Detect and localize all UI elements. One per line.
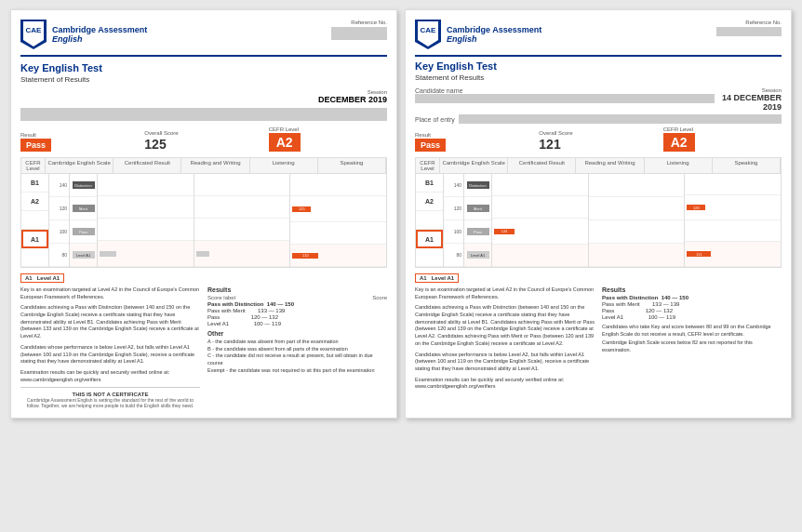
right-chart-header: CEFR Level Cambridge English Scale Certi…: [416, 158, 781, 174]
right-cefr-box: CEFR Level A2: [663, 126, 782, 152]
right-score-box: Overall Score 121: [539, 130, 657, 152]
right-results-legend-col: Results Pass with Distinction 140 — 150 …: [602, 286, 782, 394]
left-scale-col: 140 120 100 80: [49, 174, 70, 267]
left-individual-bars: 125 110: [98, 174, 386, 267]
left-certificate: CAE Cambridge Assessment English Referen…: [10, 9, 397, 419]
right-chart: CEFR Level Cambridge English Scale Certi…: [415, 157, 782, 268]
left-score-box: Overall Score 125: [144, 130, 262, 152]
right-chart-body: B1 A2 A1 140 120 100 80: [416, 174, 781, 267]
left-result-badge: Pass: [20, 139, 51, 152]
right-chart-bars-area: 140 120 100 80 Distinction: [444, 174, 781, 267]
right-score-display: 121: [539, 137, 657, 152]
right-result-badge: Pass: [415, 139, 446, 152]
right-footer-text-col: Key is an examination targeted at Level …: [415, 286, 595, 394]
left-chart-levels: B1 A2 A1: [21, 174, 49, 267]
right-ref-area: Reference No.: [716, 20, 782, 36]
left-results-legend-col: Results Score label Score Pass with Dist…: [207, 286, 387, 408]
left-results-row: Result Pass Overall Score 125 CEFR Level…: [20, 126, 387, 152]
right-a1-box: A1 Level A1: [415, 273, 459, 283]
left-chart-header: CEFR Level Cambridge English Scale Certi…: [21, 158, 386, 174]
left-cert-subtitle: Statement of Results: [20, 75, 387, 84]
left-result-box: Result Pass: [20, 132, 139, 152]
right-footer: Key is an examination targeted at Level …: [415, 286, 782, 394]
svg-text:CAE: CAE: [421, 26, 437, 34]
left-logo: CAE Cambridge Assessment English: [20, 20, 147, 49]
right-candidate-section: Candidate name: [415, 87, 715, 105]
left-chart-body: B1 A2 A1 140 120 100 80: [21, 174, 386, 267]
right-certificate: CAE Cambridge Assessment English Referen…: [405, 9, 792, 419]
right-results-row: Result Pass Overall Score 121 CEFR Level…: [415, 126, 782, 152]
left-score-display: 125: [144, 137, 262, 152]
right-result-box: Result Pass: [415, 132, 533, 152]
right-place-box: [459, 114, 782, 124]
left-session: Session DECEMBER 2019: [20, 89, 387, 104]
right-candidate-name-box: [415, 94, 715, 103]
left-cert-result-col: Distinction Merit Pass: [70, 174, 98, 267]
right-cert-header: CAE Cambridge Assessment English Referen…: [415, 20, 782, 57]
right-cefr-badge: A2: [663, 133, 695, 152]
right-ref-box: [716, 27, 782, 36]
right-cert-title: Key English Test: [415, 60, 782, 72]
right-cambridge-shield-icon: CAE: [415, 20, 441, 49]
cambridge-shield-icon: CAE: [20, 20, 47, 49]
right-place-row: Place of entry: [415, 114, 782, 124]
left-ref-box: [331, 27, 387, 40]
left-cert-header: CAE Cambridge Assessment English Referen…: [20, 20, 387, 57]
right-cert-subtitle: Statement of Results: [415, 73, 782, 82]
left-footer: Key is an examination targeted at Level …: [20, 286, 387, 408]
right-session: Session 14 DECEMBER 2019: [722, 87, 782, 112]
right-chart-levels: B1 A2 A1: [416, 174, 444, 267]
left-cert-title: Key English Test: [20, 62, 387, 73]
left-ref-area: Reference No.: [331, 20, 387, 40]
right-individual-bars: 124: [492, 174, 781, 267]
left-candidate-bar: [20, 108, 387, 121]
left-a1-box: A1 Level A1: [20, 273, 64, 283]
svg-text:CAE: CAE: [26, 26, 43, 34]
left-logo-text: Cambridge Assessment English: [52, 25, 147, 44]
left-cefr-badge: A2: [269, 133, 301, 152]
left-footer-text-col: Key is an examination targeted at Level …: [20, 286, 200, 408]
right-logo-text: Cambridge Assessment English: [447, 25, 541, 44]
right-logo: CAE Cambridge Assessment English: [415, 20, 541, 49]
right-name-row: Candidate name Session 14 DECEMBER 2019: [415, 87, 782, 112]
left-chart-bars-area: 140 120 100 80 Distinction: [49, 174, 386, 267]
left-cefr-box: CEFR Level A2: [269, 126, 387, 152]
left-not-certificate: THIS IS NOT A CERTIFICATE Cambridge Asse…: [20, 387, 200, 408]
left-chart: CEFR Level Cambridge English Scale Certi…: [20, 157, 387, 268]
